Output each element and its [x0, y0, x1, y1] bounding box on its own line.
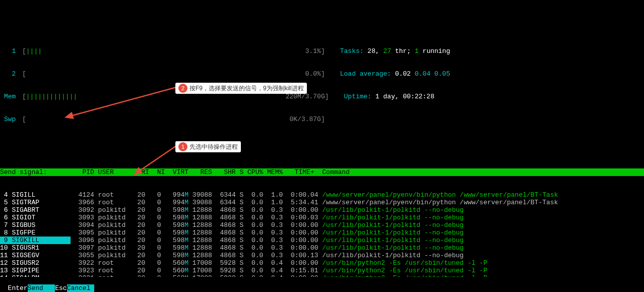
process-cells: 3094 polkitd 20 0 598M 12888 4868 S 0.0 …	[71, 221, 644, 229]
cancel-action[interactable]: Cancel	[67, 284, 95, 292]
cpu2-label: 2	[0, 70, 22, 78]
esc-key[interactable]: Esc	[55, 284, 67, 292]
table-header: Send signal: PID USER PRI NI VIRT RES SH…	[0, 168, 644, 176]
annotation-2: 2 按F9，选择要发送的信号，9为强制kill进程	[175, 83, 307, 94]
load-line: Load average: 0.02 0.04 0.05	[340, 70, 450, 78]
signal-item[interactable]: 12 SIGUSR2	[0, 259, 71, 267]
annotation-text: 按F9，选择要发送的信号，9为强制kill进程	[189, 85, 304, 92]
signal-item[interactable]: 6 SIGABRT	[0, 206, 71, 214]
table-row[interactable]: 8 SIGFPE 3095 polkitd 20 0 598M 12888 48…	[0, 229, 644, 237]
process-cells: 3095 polkitd 20 0 598M 12888 4868 S 0.0 …	[71, 229, 644, 237]
footer-bar: EnterSend EscCancel	[0, 277, 644, 292]
process-cells: 3092 polkitd 20 0 598M 12888 4868 S 0.0 …	[71, 206, 644, 214]
signal-item[interactable]: 5 SIGTRAP	[0, 199, 71, 206]
process-cells: 3966 root 20 0 994M 39088 6344 S 0.0 1.0…	[71, 199, 644, 206]
signal-item[interactable]: 8 SIGFPE	[0, 229, 71, 237]
table-row[interactable]: 5 SIGTRAP 3966 root 20 0 994M 39088 6344…	[0, 199, 644, 206]
signal-header: Send signal:	[0, 168, 71, 176]
signal-item[interactable]: 9 SIGKILL	[0, 237, 71, 244]
annotation-text: 先选中待操作进程	[189, 143, 238, 151]
send-action[interactable]: Send	[28, 284, 55, 292]
table-row[interactable]: 11 SIGSEGV 3055 polkitd 20 0 598M 12888 …	[0, 252, 644, 259]
signal-item[interactable]: 10 SIGUSR1	[0, 244, 71, 252]
cpu1-label: 1	[0, 47, 22, 55]
annotation-badge-icon: 1	[178, 142, 187, 151]
signal-item[interactable]: 13 SIGPIPE	[0, 267, 71, 274]
table-row[interactable]: 4 SIGILL 4124 root 20 0 994M 39088 6344 …	[0, 191, 644, 199]
annotation-badge-icon: 2	[178, 84, 187, 93]
process-cells: 3923 root 20 0 560M 17008 5928 S 0.0 0.4…	[71, 267, 644, 274]
signal-item[interactable]: 4 SIGILL	[0, 191, 71, 199]
uptime-line: Uptime: 1 day, 00:22:28	[344, 93, 434, 100]
table-row[interactable]: 6 SIGABRT 3092 polkitd 20 0 598M 12888 4…	[0, 206, 644, 214]
summary-panel: 1[|||| 3.1%]Tasks: 28, 27 thr; 1 running…	[0, 30, 644, 131]
annotation-1: 1 先选中待操作进程	[175, 141, 241, 152]
signal-item[interactable]: 6 SIGIOT	[0, 214, 71, 221]
signal-item[interactable]: 7 SIGBUS	[0, 221, 71, 229]
table-row[interactable]: 7 SIGBUS 3094 polkitd 20 0 598M 12888 48…	[0, 221, 644, 229]
process-cells: 3097 polkitd 20 0 598M 12888 4868 S 0.0 …	[71, 244, 644, 252]
process-cells: 3093 polkitd 20 0 598M 12888 4868 S 0.0 …	[71, 214, 644, 221]
tasks-line: Tasks: 28, 27 thr; 1 running	[340, 47, 450, 55]
enter-key[interactable]: Enter	[8, 284, 28, 292]
process-cells: 3922 root 20 0 560M 17008 5928 S 0.0 0.4…	[71, 259, 644, 267]
table-row[interactable]: 13 SIGPIPE 3923 root 20 0 560M 17008 592…	[0, 267, 644, 274]
table-row[interactable]: 9 SIGKILL 3096 polkitd 20 0 598M 12888 4…	[0, 237, 644, 244]
process-cells: 4124 root 20 0 994M 39088 6344 S 0.0 1.0…	[71, 191, 644, 199]
process-header: PID USER PRI NI VIRT RES SHR S CPU% MEM%…	[71, 168, 644, 176]
table-row[interactable]: 12 SIGUSR2 3922 root 20 0 560M 17008 592…	[0, 259, 644, 267]
table-row[interactable]: 10 SIGUSR1 3097 polkitd 20 0 598M 12888 …	[0, 244, 644, 252]
mem-label: Mem	[0, 93, 22, 100]
process-cells: 3055 polkitd 20 0 598M 12888 4868 S 0.0 …	[71, 252, 644, 259]
process-cells: 3096 polkitd 20 0 598M 12888 4868 S 0.0 …	[71, 237, 644, 244]
signal-item[interactable]: 11 SIGSEGV	[0, 252, 71, 259]
table-row[interactable]: 6 SIGIOT 3093 polkitd 20 0 598M 12888 48…	[0, 214, 644, 221]
swp-label: Swp	[0, 115, 22, 123]
